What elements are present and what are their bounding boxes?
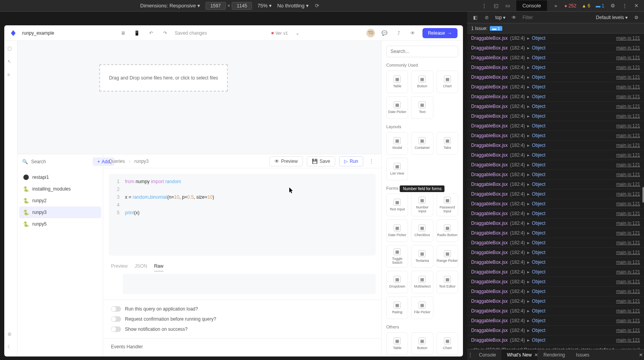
source-link[interactable]: main.js:121 [616, 64, 640, 71]
gear-icon[interactable]: ⚙ [610, 3, 616, 9]
component-textarea[interactable]: ▦Textarea [411, 245, 433, 268]
console-log-row[interactable]: DraggableBox.jsx (182:4) ▸Objectmain.js:… [467, 111, 644, 121]
source-link[interactable]: main.js:121 [616, 103, 640, 110]
console-log-row[interactable]: DraggableBox.jsx (182:4) ▸Objectmain.js:… [467, 189, 644, 199]
console-log-row[interactable]: DraggableBox.jsx (182:4) ▸Objectmain.js:… [467, 53, 644, 63]
component-button[interactable]: ▦Button [411, 332, 433, 355]
console-log-row[interactable]: DraggableBox.jsx (182:4) ▸Objectmain.js:… [467, 121, 644, 131]
throttling-dropdown[interactable]: No throttling ▾ [277, 3, 309, 9]
source-link[interactable]: main.js:121 [616, 239, 640, 246]
source-link[interactable]: main.js:121 [616, 161, 640, 168]
console-log-row[interactable]: DraggableBox.jsx (182:4) ▸Objectmain.js:… [467, 296, 644, 306]
toggle-confirm[interactable] [111, 316, 121, 322]
overflow-icon[interactable]: » [553, 3, 559, 9]
toggle-notify[interactable] [111, 326, 121, 332]
live-expr-icon[interactable]: 👁 [511, 14, 517, 21]
height-input[interactable] [232, 2, 252, 10]
component-password-input[interactable]: ▦Password Input [436, 194, 458, 216]
console-log-row[interactable]: DraggableBox.jsx (182:4) ▸Objectmain.js:… [467, 316, 644, 326]
run-button[interactable]: ▷ Run [339, 156, 363, 166]
source-link[interactable]: main.js:121 [616, 229, 640, 236]
undo-icon[interactable]: ↶ [147, 29, 155, 37]
console-log-row[interactable]: DraggableBox.jsx (182:4) ▸Objectmain.js:… [467, 72, 644, 82]
source-link[interactable]: main.js:121 [616, 152, 640, 159]
source-link[interactable]: main.js:121 [616, 191, 640, 198]
toggle-run-on-load[interactable] [111, 306, 121, 312]
console-log-row[interactable]: DraggableBox.jsx (182:4) ▸Objectmain.js:… [467, 219, 644, 228]
canvas-area[interactable]: Drag and Drop some files here, or click … [18, 41, 381, 154]
console-log-row[interactable]: DraggableBox.jsx (182:4) ▸Objectmain.js:… [467, 335, 644, 345]
source-link[interactable]: main.js:121 [616, 83, 640, 90]
kebab-icon[interactable]: ⋮ [621, 3, 628, 9]
close-icon[interactable]: ✕ [633, 3, 639, 9]
console-log-row[interactable]: DraggableBox.jsx (182:4) ▸Objectmain.js:… [467, 131, 644, 141]
desktop-icon[interactable]: 🖥 [119, 29, 127, 37]
console-log-row[interactable]: DraggableBox.jsx (182:4) ▸Objectmain.js:… [467, 34, 644, 43]
console-log-row[interactable]: DraggableBox.jsx (182:4) ▸Objectmain.js:… [467, 63, 644, 72]
error-badge[interactable]: ● 252 [564, 3, 576, 9]
share-icon[interactable]: ⤴ [394, 29, 403, 37]
component-multiselect[interactable]: ▦Multiselect [411, 271, 433, 293]
source-link[interactable]: main.js:121 [616, 337, 640, 344]
device-icon[interactable]: ▭ [505, 3, 511, 9]
source-link[interactable]: main.js:121 [616, 288, 640, 295]
component-table[interactable]: ▦Table [386, 332, 408, 355]
console-log-row[interactable]: DraggableBox.jsx (182:4) ▸Objectmain.js:… [467, 160, 644, 170]
pages-icon[interactable]: ▢ [7, 46, 14, 53]
console-log-row[interactable]: DraggableBox.jsx (182:4) ▸Objectmain.js:… [467, 258, 644, 267]
console-log-row[interactable]: DraggableBox.jsx (182:4) ▸Objectmain.js:… [467, 277, 644, 287]
component-range-picker[interactable]: ▦Range Picker [436, 245, 458, 268]
source-link[interactable]: main.js:121 [616, 142, 640, 149]
source-link[interactable]: main.js:121 [616, 278, 640, 285]
inspect-icon[interactable]: ◱ [493, 3, 499, 9]
dimensions-dropdown[interactable]: Dimensions: Responsive ▾ [140, 3, 200, 9]
version-select[interactable]: Ver v1 [271, 31, 288, 35]
preview-button[interactable]: 👁 Preview [269, 156, 303, 166]
console-log-row[interactable]: DraggableBox.jsx (182:4) ▸Objectmain.js:… [467, 326, 644, 335]
source-link[interactable]: main.js:121 [616, 113, 640, 120]
code-editor[interactable]: 1from numpy import random23x = random.bi… [109, 174, 376, 256]
component-date-picker[interactable]: ▦Date Picker [386, 219, 408, 242]
events-handler-header[interactable]: Events Handler [103, 338, 381, 352]
component-search-input[interactable] [386, 46, 458, 57]
component-container[interactable]: ▦Container [411, 132, 433, 155]
console-log-row[interactable]: DraggableBox.jsx (182:4) ▸Objectmain.js:… [467, 238, 644, 248]
console-gear-icon[interactable]: ⚙ [633, 14, 639, 21]
info-badge[interactable]: ▬ 1 [596, 3, 604, 9]
source-link[interactable]: main.js:121 [616, 220, 640, 227]
tab-issues[interactable]: Issues [570, 350, 595, 360]
eye-icon[interactable]: 👁 [408, 29, 417, 37]
component-number-input[interactable]: ▦Number InputNumber field for forms [411, 194, 433, 216]
component-radio-button[interactable]: ▦Radio Button [436, 219, 458, 242]
clear-console-icon[interactable]: ⊘ [484, 14, 490, 21]
query-item-installing_modules[interactable]: 🐍installing_modules [19, 183, 101, 195]
console-log-row[interactable]: DraggableBox.jsx (182:4) ▸Objectmain.js:… [467, 209, 644, 219]
component-list-view[interactable]: ▦List View [386, 158, 408, 180]
kebab-icon[interactable]: ⋮ [467, 352, 473, 358]
source-link[interactable]: main.js:121 [616, 93, 640, 100]
source-link[interactable]: main.js:121 [616, 327, 640, 334]
query-item-runpy2[interactable]: 🐍runpy2 [19, 195, 101, 206]
console-log-row[interactable]: DraggableBox.jsx (182:4) ▸Objectmain.js:… [467, 92, 644, 102]
source-link[interactable]: main.js:121 [616, 44, 640, 51]
console-log-row[interactable]: DraggableBox.jsx (182:4) ▸Objectmain.js:… [467, 43, 644, 53]
source-link[interactable]: main.js:121 [616, 132, 640, 139]
query-item-restapi1[interactable]: restapi1 [19, 171, 101, 183]
mobile-icon[interactable]: 📱 [133, 29, 141, 37]
component-button[interactable]: ▦Button [411, 71, 433, 93]
tab-console-bottom[interactable]: Console [473, 350, 501, 360]
chevron-down-icon[interactable]: ⌄ [293, 29, 302, 37]
context-dropdown[interactable]: top ▾ [495, 15, 505, 20]
save-button[interactable]: 💾 Save [307, 156, 335, 166]
result-tab-preview[interactable]: Preview [111, 263, 128, 272]
gear-icon[interactable]: ⚙ [7, 332, 14, 339]
close-icon[interactable]: ✕ [534, 352, 538, 358]
db-icon[interactable]: ≡ [7, 72, 14, 79]
redo-icon[interactable]: ↷ [161, 29, 169, 37]
source-link[interactable]: main.js:121 [616, 181, 640, 188]
levels-dropdown[interactable]: Default levels ▾ [596, 15, 628, 20]
console-log-row[interactable]: DraggableBox.jsx (182:4) ▸Objectmain.js:… [467, 82, 644, 92]
resize-handle[interactable] [642, 187, 644, 203]
console-log-row[interactable]: DraggableBox.jsx (182:4) ▸Objectmain.js:… [467, 248, 644, 258]
sidebar-toggle-icon[interactable]: ◧ [472, 14, 478, 21]
